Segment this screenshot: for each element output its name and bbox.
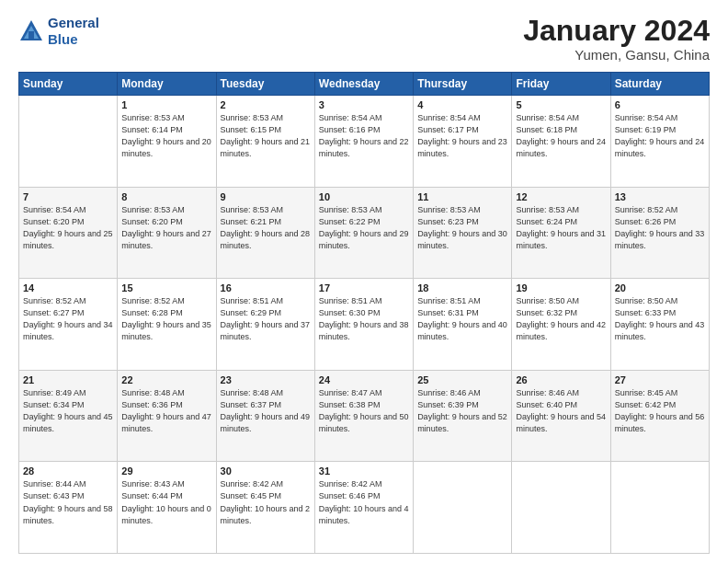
day-info: Sunrise: 8:53 AM Sunset: 6:15 PM Dayligh… xyxy=(221,112,311,160)
table-row xyxy=(19,96,118,188)
sunset-text: Sunset: 6:31 PM xyxy=(417,308,479,317)
sunset-text: Sunset: 6:39 PM xyxy=(417,400,479,409)
daylight-text: Daylight: 9 hours and 40 minutes. xyxy=(417,320,507,341)
sunset-text: Sunset: 6:27 PM xyxy=(23,308,85,317)
col-saturday: Saturday xyxy=(610,73,709,96)
sunset-text: Sunset: 6:17 PM xyxy=(417,125,479,134)
header-row: Sunday Monday Tuesday Wednesday Thursday… xyxy=(19,73,710,96)
sunset-text: Sunset: 6:30 PM xyxy=(319,308,381,317)
logo-icon xyxy=(18,18,44,44)
sunset-text: Sunset: 6:24 PM xyxy=(516,217,577,226)
sunset-text: Sunset: 6:20 PM xyxy=(121,217,183,226)
sunrise-text: Sunrise: 8:53 AM xyxy=(221,113,284,122)
sunrise-text: Sunrise: 8:54 AM xyxy=(417,113,481,122)
daylight-text: Daylight: 9 hours and 58 minutes. xyxy=(23,504,113,525)
table-row: 31 Sunrise: 8:42 AM Sunset: 6:46 PM Dayl… xyxy=(314,462,413,554)
day-number: 9 xyxy=(221,191,311,202)
daylight-text: Daylight: 9 hours and 22 minutes. xyxy=(319,137,409,158)
sunset-text: Sunset: 6:44 PM xyxy=(121,491,183,500)
header: General Blue January 2024 Yumen, Gansu, … xyxy=(18,15,710,63)
week-row-3: 21 Sunrise: 8:49 AM Sunset: 6:34 PM Dayl… xyxy=(19,370,710,462)
daylight-text: Daylight: 9 hours and 50 minutes. xyxy=(319,412,409,433)
week-row-4: 28 Sunrise: 8:44 AM Sunset: 6:43 PM Dayl… xyxy=(19,462,710,554)
table-row: 23 Sunrise: 8:48 AM Sunset: 6:37 PM Dayl… xyxy=(216,370,314,462)
day-info: Sunrise: 8:53 AM Sunset: 6:22 PM Dayligh… xyxy=(319,204,409,252)
day-info: Sunrise: 8:54 AM Sunset: 6:20 PM Dayligh… xyxy=(23,204,113,252)
sunset-text: Sunset: 6:26 PM xyxy=(615,217,677,226)
sunrise-text: Sunrise: 8:54 AM xyxy=(516,113,579,122)
day-number: 30 xyxy=(221,465,311,477)
day-info: Sunrise: 8:53 AM Sunset: 6:24 PM Dayligh… xyxy=(516,204,606,252)
sunrise-text: Sunrise: 8:42 AM xyxy=(319,479,382,488)
table-row: 26 Sunrise: 8:46 AM Sunset: 6:40 PM Dayl… xyxy=(512,370,610,462)
daylight-text: Daylight: 10 hours and 0 minutes. xyxy=(121,504,211,525)
sunset-text: Sunset: 6:23 PM xyxy=(417,217,479,226)
daylight-text: Daylight: 9 hours and 45 minutes. xyxy=(23,412,113,433)
svg-rect-2 xyxy=(28,31,34,39)
sunrise-text: Sunrise: 8:50 AM xyxy=(615,296,678,305)
sunrise-text: Sunrise: 8:54 AM xyxy=(615,113,678,122)
sunrise-text: Sunrise: 8:43 AM xyxy=(121,479,185,488)
sunset-text: Sunset: 6:29 PM xyxy=(221,308,282,317)
calendar-subtitle: Yumen, Gansu, China xyxy=(523,47,710,63)
table-row: 7 Sunrise: 8:54 AM Sunset: 6:20 PM Dayli… xyxy=(19,187,118,279)
day-number: 21 xyxy=(23,374,113,385)
day-number: 3 xyxy=(319,99,409,110)
day-number: 14 xyxy=(23,282,113,293)
sunset-text: Sunset: 6:22 PM xyxy=(319,217,381,226)
day-info: Sunrise: 8:45 AM Sunset: 6:42 PM Dayligh… xyxy=(615,387,705,435)
day-number: 16 xyxy=(221,282,311,293)
sunrise-text: Sunrise: 8:51 AM xyxy=(319,296,382,305)
sunset-text: Sunset: 6:18 PM xyxy=(516,125,577,134)
day-number: 25 xyxy=(417,374,507,385)
sunrise-text: Sunrise: 8:53 AM xyxy=(121,113,185,122)
logo: General Blue xyxy=(18,15,99,48)
day-info: Sunrise: 8:51 AM Sunset: 6:29 PM Dayligh… xyxy=(221,295,311,343)
sunset-text: Sunset: 6:33 PM xyxy=(615,308,677,317)
table-row: 10 Sunrise: 8:53 AM Sunset: 6:22 PM Dayl… xyxy=(314,187,413,279)
table-row: 17 Sunrise: 8:51 AM Sunset: 6:30 PM Dayl… xyxy=(314,279,413,371)
logo-line2: Blue xyxy=(48,31,78,47)
sunrise-text: Sunrise: 8:48 AM xyxy=(121,388,185,397)
daylight-text: Daylight: 9 hours and 42 minutes. xyxy=(516,320,606,341)
table-row: 29 Sunrise: 8:43 AM Sunset: 6:44 PM Dayl… xyxy=(118,462,216,554)
sunset-text: Sunset: 6:40 PM xyxy=(516,400,577,409)
sunrise-text: Sunrise: 8:53 AM xyxy=(221,205,284,214)
daylight-text: Daylight: 9 hours and 52 minutes. xyxy=(417,412,507,433)
table-row: 12 Sunrise: 8:53 AM Sunset: 6:24 PM Dayl… xyxy=(512,187,610,279)
sunset-text: Sunset: 6:16 PM xyxy=(319,125,381,134)
table-row: 3 Sunrise: 8:54 AM Sunset: 6:16 PM Dayli… xyxy=(314,96,413,188)
sunrise-text: Sunrise: 8:53 AM xyxy=(516,205,579,214)
day-number: 28 xyxy=(23,465,113,477)
table-row: 28 Sunrise: 8:44 AM Sunset: 6:43 PM Dayl… xyxy=(19,462,118,554)
day-info: Sunrise: 8:54 AM Sunset: 6:19 PM Dayligh… xyxy=(615,112,705,160)
day-info: Sunrise: 8:54 AM Sunset: 6:16 PM Dayligh… xyxy=(319,112,409,160)
sunrise-text: Sunrise: 8:44 AM xyxy=(23,479,86,488)
table-row: 25 Sunrise: 8:46 AM Sunset: 6:39 PM Dayl… xyxy=(414,370,512,462)
table-row: 30 Sunrise: 8:42 AM Sunset: 6:45 PM Dayl… xyxy=(216,462,314,554)
day-number: 29 xyxy=(121,465,211,477)
sunrise-text: Sunrise: 8:48 AM xyxy=(221,388,284,397)
day-info: Sunrise: 8:52 AM Sunset: 6:27 PM Dayligh… xyxy=(23,295,113,343)
week-row-2: 14 Sunrise: 8:52 AM Sunset: 6:27 PM Dayl… xyxy=(19,279,710,371)
col-wednesday: Wednesday xyxy=(314,73,413,96)
sunset-text: Sunset: 6:42 PM xyxy=(615,400,677,409)
sunrise-text: Sunrise: 8:53 AM xyxy=(319,205,382,214)
sunset-text: Sunset: 6:46 PM xyxy=(319,491,381,500)
day-number: 17 xyxy=(319,282,409,293)
sunrise-text: Sunrise: 8:53 AM xyxy=(121,205,185,214)
day-number: 19 xyxy=(516,282,606,293)
table-row: 11 Sunrise: 8:53 AM Sunset: 6:23 PM Dayl… xyxy=(414,187,512,279)
daylight-text: Daylight: 10 hours and 2 minutes. xyxy=(221,504,311,525)
daylight-text: Daylight: 9 hours and 25 minutes. xyxy=(23,229,113,250)
sunset-text: Sunset: 6:28 PM xyxy=(121,308,183,317)
daylight-text: Daylight: 9 hours and 20 minutes. xyxy=(121,137,211,158)
table-row: 14 Sunrise: 8:52 AM Sunset: 6:27 PM Dayl… xyxy=(19,279,118,371)
col-thursday: Thursday xyxy=(414,73,512,96)
table-row: 13 Sunrise: 8:52 AM Sunset: 6:26 PM Dayl… xyxy=(610,187,709,279)
day-info: Sunrise: 8:53 AM Sunset: 6:14 PM Dayligh… xyxy=(121,112,211,160)
logo-line1: General xyxy=(48,15,99,30)
sunset-text: Sunset: 6:19 PM xyxy=(615,125,677,134)
day-number: 7 xyxy=(23,191,113,202)
table-row: 5 Sunrise: 8:54 AM Sunset: 6:18 PM Dayli… xyxy=(512,96,610,188)
